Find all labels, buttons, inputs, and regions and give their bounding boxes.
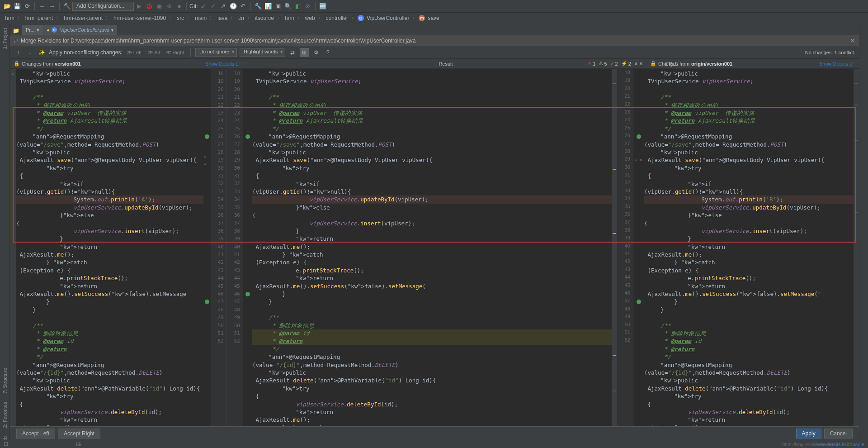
update-icon[interactable]: ↙ xyxy=(199,2,208,11)
show-details-right[interactable]: Show Details LF xyxy=(819,61,855,67)
cancel-button[interactable]: Cancel xyxy=(824,429,853,438)
diff-pane-right[interactable]: "kw">public IVipUserService vipUserServi… xyxy=(644,69,859,426)
refresh-icon[interactable]: ⟳ xyxy=(23,2,32,11)
diff-pane-left[interactable]: ✓ "kw">public IVipUserService vipUserSer… xyxy=(10,69,227,426)
tab-file[interactable]: ● C VipUserController.java ▾ xyxy=(43,25,117,35)
apply-right-button[interactable]: ≪ Right xyxy=(164,48,186,56)
ignore-select[interactable]: Do not ignore xyxy=(195,48,237,57)
gutter-structure[interactable]: 7: Structure xyxy=(2,366,8,396)
merge-header: ⇄ Merge Revisions for D:\workspace\demo\… xyxy=(10,35,859,46)
watermark: https://blog.csdn.net/weixin_43678... xyxy=(781,442,854,447)
diff-area: ✓ "kw">public IVipUserService vipUserSer… xyxy=(10,69,859,426)
gutter-project[interactable]: 1: Project xyxy=(2,26,8,51)
apply-button[interactable]: Apply xyxy=(796,429,821,438)
git-label: Git: xyxy=(189,3,198,10)
debug-icon[interactable]: 🐞 xyxy=(145,2,154,11)
run-icon[interactable]: ▶ xyxy=(135,2,144,11)
run-config-select[interactable]: Add Configuration... xyxy=(72,2,134,11)
commit-icon[interactable]: ✓ xyxy=(209,2,218,11)
stop-icon[interactable]: ■ xyxy=(175,2,184,11)
save-icon[interactable]: 💾 xyxy=(13,2,22,11)
breadcrumb: hrm〉 hrm_parent〉 hrm-user-parent〉 hrm-us… xyxy=(0,13,868,24)
accept-left-button[interactable]: Accept Left xyxy=(16,429,55,438)
translate-icon[interactable]: 🔤 xyxy=(318,2,327,11)
tool3-icon[interactable]: ▣ xyxy=(274,2,283,11)
tool1-icon[interactable]: 🔧 xyxy=(254,2,263,11)
prev-change-icon[interactable]: ↑ xyxy=(14,48,23,57)
merge-icon: ⇄ xyxy=(14,38,18,44)
class-icon: C xyxy=(358,15,364,21)
merge-actions: Accept Left Accept Right Apply Cancel xyxy=(10,426,859,440)
push-icon[interactable]: ↗ xyxy=(219,2,228,11)
rollback-icon[interactable]: ↶ xyxy=(239,2,248,11)
search-icon[interactable]: 🔍 xyxy=(283,2,292,11)
apply-all-button[interactable]: ≫ All xyxy=(146,48,161,56)
lock-icon-r: 🔒 xyxy=(650,61,656,67)
merge-toolbar: ↑ ↓ ✨ Apply non-conflicting changes: ≫ L… xyxy=(10,46,859,59)
right-tool-gutter xyxy=(859,24,868,440)
build-icon[interactable]: 🔨 xyxy=(62,2,71,11)
profile-icon[interactable]: ⊕ xyxy=(165,2,174,11)
conflict-stats: No changes. 1 conflict. xyxy=(805,50,855,55)
next-change-icon[interactable]: ↓ xyxy=(25,48,34,57)
collapse-icon[interactable]: ⇄ xyxy=(288,48,297,57)
left-tool-gutter: 1: Project 7: Structure 2: Favorites Web xyxy=(0,24,10,448)
status-bar: ☐ 55 Show details in console xyxy=(0,440,868,448)
project-toggle-icon[interactable]: 📁 xyxy=(12,27,20,35)
help-icon[interactable]: ? xyxy=(323,48,332,57)
plugin-icon[interactable]: ◧ xyxy=(293,2,302,11)
highlight-select[interactable]: Highlight words xyxy=(240,48,285,57)
gutter-favorites[interactable]: 2: Favorites xyxy=(2,400,8,429)
open-icon[interactable]: 📂 xyxy=(3,2,12,11)
back-icon[interactable]: ← xyxy=(38,2,47,11)
tool2-icon[interactable]: 📊 xyxy=(264,2,273,11)
tab-project[interactable]: Pr...▾ xyxy=(22,25,43,35)
block-icon[interactable]: ⊘ xyxy=(303,2,312,11)
accept-right-button[interactable]: Accept Right xyxy=(58,429,100,438)
method-icon: m xyxy=(419,15,425,21)
main-toolbar: 📂 💾 ⟳ ← → 🔨 Add Configuration... ▶ 🐞 ◉ ⊕… xyxy=(0,0,868,13)
sync-scroll-icon[interactable]: ⊞ xyxy=(300,48,309,57)
close-icon[interactable]: ✕ xyxy=(850,37,855,44)
apply-left-button[interactable]: ≫ Left xyxy=(125,48,143,56)
history-icon[interactable]: 🕐 xyxy=(229,2,238,11)
lock-icon: 🔒 xyxy=(14,61,20,67)
forward-icon[interactable]: → xyxy=(47,2,57,11)
editor-tabs: 📁 Pr...▾ ● C VipUserController.java ▾ xyxy=(10,24,859,35)
coverage-icon[interactable]: ◉ xyxy=(155,2,164,11)
wand-icon[interactable]: ✨ xyxy=(37,48,46,57)
diff-pane-result[interactable]: 1819202122232425262728293031323334353637… xyxy=(227,69,617,426)
show-details-left[interactable]: Show Details LF xyxy=(205,61,241,67)
settings-icon[interactable]: ⚙ xyxy=(311,48,321,57)
